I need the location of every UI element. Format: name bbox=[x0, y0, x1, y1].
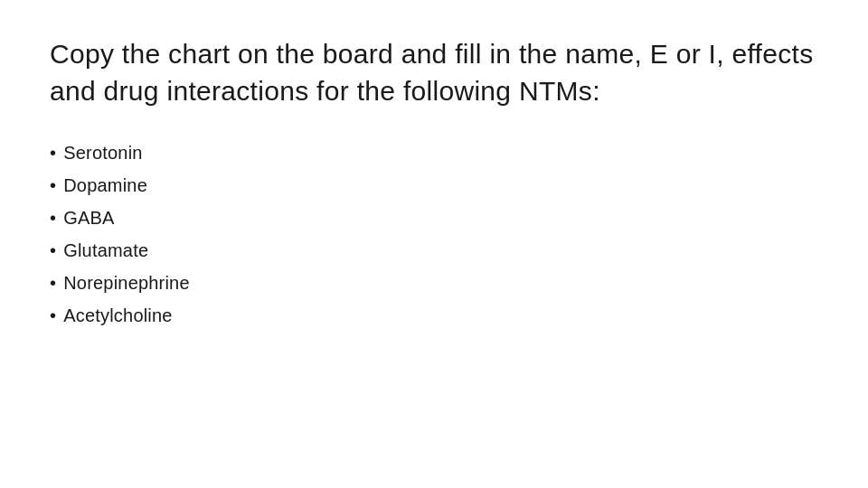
bullet-dot: • bbox=[50, 138, 56, 167]
main-heading: Copy the chart on the board and fill in … bbox=[50, 36, 818, 109]
list-item: • GABA bbox=[50, 203, 818, 232]
bullet-dot: • bbox=[50, 203, 56, 232]
list-item-label: Acetylcholine bbox=[63, 301, 172, 330]
page-container: Copy the chart on the board and fill in … bbox=[0, 0, 868, 488]
list-item-label: Norepinephrine bbox=[63, 268, 190, 297]
list-item: • Dopamine bbox=[50, 171, 818, 200]
list-item-label: Serotonin bbox=[63, 138, 142, 167]
bullet-dot: • bbox=[50, 236, 56, 265]
bullet-dot: • bbox=[50, 268, 56, 297]
list-item-label: Dopamine bbox=[63, 171, 147, 200]
list-item: • Acetylcholine bbox=[50, 301, 818, 330]
list-item: • Norepinephrine bbox=[50, 268, 818, 297]
bullet-dot: • bbox=[50, 301, 56, 330]
list-item-label: Glutamate bbox=[63, 236, 148, 265]
list-item-label: GABA bbox=[63, 203, 114, 232]
list-item: • Serotonin bbox=[50, 138, 818, 167]
list-item: • Glutamate bbox=[50, 236, 818, 265]
bullet-dot: • bbox=[50, 171, 56, 200]
bullet-list: • Serotonin • Dopamine • GABA • Glutamat… bbox=[50, 138, 818, 330]
